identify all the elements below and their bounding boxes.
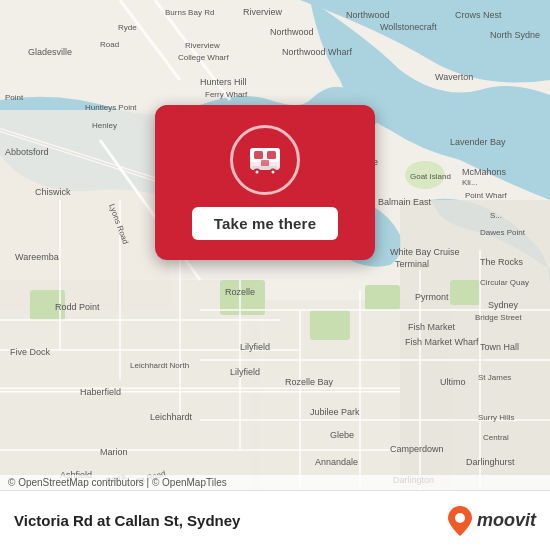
svg-text:The Rocks: The Rocks (480, 257, 524, 267)
svg-text:Ultimo: Ultimo (440, 377, 466, 387)
svg-text:Fish Market Wharf: Fish Market Wharf (405, 337, 479, 347)
svg-text:Burns Bay Rd: Burns Bay Rd (165, 8, 214, 17)
svg-text:Rodd Point: Rodd Point (55, 302, 100, 312)
svg-text:Annandale: Annandale (315, 457, 358, 467)
svg-text:Wollstonecraft: Wollstonecraft (380, 22, 437, 32)
bus-icon (243, 138, 287, 182)
svg-text:Wareemba: Wareemba (15, 252, 59, 262)
svg-text:Ferry Wharf: Ferry Wharf (205, 90, 248, 99)
svg-text:Chiswick: Chiswick (35, 187, 71, 197)
svg-text:Surry Hills: Surry Hills (478, 413, 514, 422)
svg-text:Crows Nest: Crows Nest (455, 10, 502, 20)
svg-text:Dawes Point: Dawes Point (480, 228, 526, 237)
svg-text:Haberfield: Haberfield (80, 387, 121, 397)
svg-text:Town Hall: Town Hall (480, 342, 519, 352)
svg-text:Northwood: Northwood (270, 27, 314, 37)
svg-text:Jubilee Park: Jubilee Park (310, 407, 360, 417)
svg-text:Pyrmont: Pyrmont (415, 292, 449, 302)
svg-rect-102 (267, 151, 276, 159)
svg-text:Hunters Hill: Hunters Hill (200, 77, 247, 87)
svg-text:Bridge Street: Bridge Street (475, 313, 522, 322)
svg-text:St James: St James (478, 373, 511, 382)
svg-text:White Bay Cruise: White Bay Cruise (390, 247, 460, 257)
svg-text:Ryde: Ryde (118, 23, 137, 32)
svg-rect-101 (254, 151, 263, 159)
svg-text:Central: Central (483, 433, 509, 442)
svg-text:Terminal: Terminal (395, 259, 429, 269)
svg-text:Abbotsford: Abbotsford (5, 147, 49, 157)
svg-text:Waverton: Waverton (435, 72, 473, 82)
popup-card: Take me there (155, 105, 375, 260)
svg-text:Leichhardt North: Leichhardt North (130, 361, 189, 370)
svg-text:Balmain East: Balmain East (378, 197, 432, 207)
svg-text:Rozelle Bay: Rozelle Bay (285, 377, 334, 387)
svg-text:Henley: Henley (92, 121, 117, 130)
map-container: Gladesville Point Abbotsford Chiswick Wa… (0, 0, 550, 490)
svg-point-106 (256, 171, 259, 174)
svg-text:Five Dock: Five Dock (10, 347, 51, 357)
moovit-pin-icon (448, 506, 472, 536)
location-label: Victoria Rd at Callan St, Sydney (14, 512, 240, 529)
svg-text:Goat Island: Goat Island (410, 172, 451, 181)
map-attribution: © OpenStreetMap contributors | © OpenMap… (0, 475, 550, 490)
svg-text:Northwood: Northwood (346, 10, 390, 20)
svg-text:Northwood Wharf: Northwood Wharf (282, 47, 353, 57)
moovit-wordmark: moovit (477, 510, 536, 531)
svg-rect-8 (365, 285, 400, 310)
svg-text:Lavender Bay: Lavender Bay (450, 137, 506, 147)
svg-text:College Wharf: College Wharf (178, 53, 229, 62)
svg-text:Huntleys Point: Huntleys Point (85, 103, 137, 112)
svg-text:Rozelle: Rozelle (225, 287, 255, 297)
svg-point-109 (455, 513, 465, 523)
bus-icon-circle (230, 125, 300, 195)
svg-text:Lilyfield: Lilyfield (240, 342, 270, 352)
svg-point-108 (272, 171, 275, 174)
svg-text:Leichhardt: Leichhardt (150, 412, 193, 422)
moovit-logo: moovit (448, 506, 536, 536)
svg-text:Gladesville: Gladesville (28, 47, 72, 57)
svg-text:Camperdown: Camperdown (390, 444, 444, 454)
svg-text:Kli...: Kli... (462, 178, 478, 187)
svg-text:McMahons: McMahons (462, 167, 507, 177)
attribution-text: © OpenStreetMap contributors | © OpenMap… (8, 477, 227, 488)
svg-text:Sydney: Sydney (488, 300, 519, 310)
svg-text:Fish Market: Fish Market (408, 322, 456, 332)
svg-text:Point Wharf: Point Wharf (465, 191, 508, 200)
svg-rect-9 (450, 280, 480, 305)
svg-text:Marion: Marion (100, 447, 128, 457)
svg-text:Circular Quay: Circular Quay (480, 278, 529, 287)
svg-text:Riverview: Riverview (185, 41, 220, 50)
svg-text:Riverview: Riverview (243, 7, 283, 17)
svg-text:Glebe: Glebe (330, 430, 354, 440)
take-me-there-button[interactable]: Take me there (192, 207, 338, 240)
svg-text:S...: S... (490, 211, 502, 220)
svg-text:Road: Road (100, 40, 119, 49)
bottom-bar: Victoria Rd at Callan St, Sydney moovit (0, 490, 550, 550)
svg-text:Darlinghurst: Darlinghurst (466, 457, 515, 467)
svg-text:Point: Point (5, 93, 24, 102)
svg-rect-7 (310, 310, 350, 340)
svg-text:North Sydne: North Sydne (490, 30, 540, 40)
svg-text:Lilyfield: Lilyfield (230, 367, 260, 377)
